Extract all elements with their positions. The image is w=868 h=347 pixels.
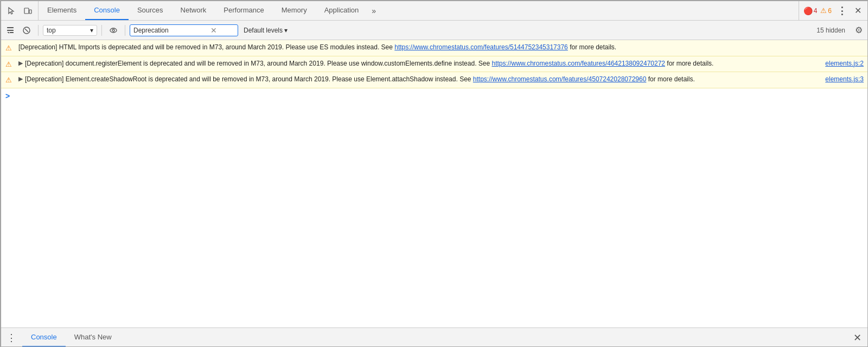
- warning-triangle-icon-1: ⚠: [5, 43, 15, 54]
- show-console-drawer-icon[interactable]: [3, 23, 17, 37]
- console-settings-button[interactable]: ⚙: [852, 23, 866, 37]
- close-devtools-button[interactable]: ✕: [852, 5, 864, 16]
- console-output-area: ⚠ [Deprecation] HTML Imports is deprecat…: [1, 40, 868, 329]
- tab-elements[interactable]: Elements: [39, 1, 85, 20]
- main-tab-list: Elements Console Sources Network Perform…: [39, 1, 799, 20]
- top-tab-bar: Elements Console Sources Network Perform…: [1, 1, 868, 21]
- levels-dropdown-arrow: ▾: [284, 27, 288, 34]
- filter-clear-button[interactable]: ✕: [210, 26, 217, 35]
- filter-input[interactable]: [133, 27, 209, 34]
- hidden-count-label: 15 hidden: [816, 27, 850, 34]
- warning-triangle-icon-3: ⚠: [5, 75, 15, 86]
- svg-point-8: [110, 28, 117, 33]
- log-link-3[interactable]: https://www.chromestatus.com/features/45…: [473, 75, 647, 83]
- bottom-close-button[interactable]: ✕: [847, 332, 868, 344]
- error-icon: 🔴: [803, 7, 813, 15]
- svg-rect-0: [24, 8, 29, 14]
- separator-3: [125, 25, 125, 36]
- separator-2: [101, 25, 102, 36]
- log-source-2[interactable]: elements.js:2: [825, 59, 864, 68]
- svg-rect-1: [29, 10, 31, 14]
- clear-console-button[interactable]: [20, 23, 34, 37]
- error-count-badge[interactable]: 🔴 4: [803, 7, 818, 15]
- tab-console[interactable]: Console: [85, 1, 129, 20]
- svg-rect-3: [7, 30, 14, 31]
- log-entry-1: ⚠ [Deprecation] HTML Imports is deprecat…: [1, 40, 868, 56]
- console-toolbar: top ▾ ✕ Default levels ▾ 15 hidden ⚙: [1, 21, 868, 40]
- svg-point-9: [112, 29, 114, 31]
- svg-rect-2: [7, 27, 14, 28]
- tab-overflow-button[interactable]: »: [367, 1, 380, 20]
- log-link-1[interactable]: https://www.chromestatus.com/features/51…: [394, 43, 568, 51]
- device-toolbar-icon[interactable]: [21, 4, 35, 18]
- top-right-controls: 🔴 4 ⚠ 6 ⋮ ✕: [799, 1, 868, 20]
- log-text-1: [Deprecation] HTML Imports is deprecated…: [18, 42, 864, 52]
- warning-triangle-icon-2: ⚠: [5, 59, 15, 70]
- log-entry-3: ⚠ ▶ [Deprecation] Element.createShadowRo…: [1, 72, 868, 88]
- svg-marker-4: [7, 32, 9, 34]
- cursor-icon[interactable]: [4, 4, 18, 18]
- expand-arrow-2[interactable]: ▶: [18, 59, 23, 68]
- bottom-tab-whats-new[interactable]: What's New: [66, 328, 120, 347]
- log-text-3: [Deprecation] Element.createShadowRoot i…: [25, 74, 821, 84]
- context-dropdown-arrow: ▾: [90, 27, 93, 34]
- tab-sources[interactable]: Sources: [129, 1, 172, 20]
- prompt-chevron-icon: >: [5, 92, 10, 100]
- log-levels-dropdown[interactable]: Default levels ▾: [240, 25, 291, 35]
- warning-count-badge[interactable]: ⚠ 6: [820, 7, 832, 15]
- eye-icon[interactable]: [106, 23, 120, 37]
- more-options-button[interactable]: ⋮: [835, 4, 849, 18]
- expand-arrow-3[interactable]: ▶: [18, 74, 23, 83]
- svg-rect-5: [10, 32, 14, 33]
- bottom-menu-button[interactable]: ⋮: [1, 332, 22, 344]
- svg-line-7: [25, 29, 28, 32]
- log-entry-2: ⚠ ▶ [Deprecation] document.registerEleme…: [1, 56, 868, 73]
- log-source-3[interactable]: elements.js:3: [825, 74, 864, 84]
- context-selector[interactable]: top ▾: [43, 25, 97, 36]
- inspector-icons: [1, 1, 39, 20]
- tab-memory[interactable]: Memory: [273, 1, 316, 20]
- log-link-2[interactable]: https://www.chromestatus.com/features/46…: [492, 60, 665, 67]
- separator-1: [38, 25, 39, 36]
- console-prompt-line[interactable]: >: [1, 88, 868, 104]
- log-text-2: [Deprecation] document.registerElement i…: [25, 59, 821, 68]
- devtools-panel: Elements Console Sources Network Perform…: [1, 1, 868, 347]
- filter-input-wrap: ✕: [130, 24, 238, 36]
- tab-performance[interactable]: Performance: [215, 1, 272, 20]
- bottom-tab-bar: ⋮ Console What's New ✕: [1, 327, 868, 347]
- bottom-tab-console[interactable]: Console: [22, 328, 66, 347]
- tab-application[interactable]: Application: [316, 1, 368, 20]
- warning-icon: ⚠: [820, 7, 827, 15]
- tab-network[interactable]: Network: [172, 1, 215, 20]
